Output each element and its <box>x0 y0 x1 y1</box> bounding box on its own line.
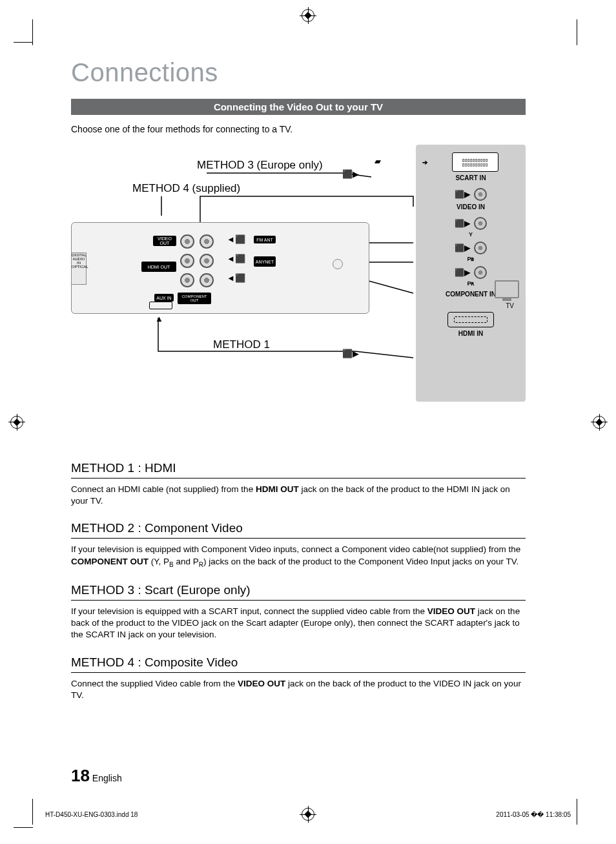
digital-audio-label: DIGITAL AUDIO IN <box>72 253 86 265</box>
hdmi-slot-icon <box>149 302 172 309</box>
content-area: Connections Connecting the Video Out to … <box>71 58 526 701</box>
component-out-label: COMPONENT OUT <box>178 293 211 304</box>
page-title: Connections <box>71 58 526 87</box>
method-3-body: If your television is equipped with a SC… <box>71 606 526 641</box>
tv-label: TV <box>506 302 514 309</box>
arrow-icon: ➔ <box>422 159 427 166</box>
plug-icon: ⬛▶ <box>455 190 470 199</box>
method-3-title: METHOD 3 : Scart (Europe only) <box>71 583 526 601</box>
method-2-title: METHOD 2 : Component Video <box>71 521 526 539</box>
plug-icon: ⬛▶ <box>455 268 470 277</box>
method-2-body: If your television is equipped with Comp… <box>71 544 526 568</box>
method-3: METHOD 3 : Scart (Europe only) If your t… <box>71 583 526 641</box>
section-banner: Connecting the Video Out to your TV <box>71 99 526 115</box>
rca-jack-icon <box>474 266 487 279</box>
rca-jack-icon <box>474 217 487 230</box>
method-1-title: METHOD 1 : HDMI <box>71 461 526 479</box>
method-2: METHOD 2 : Component Video If your telev… <box>71 521 526 568</box>
plug-icon: ⬛▶ <box>455 243 470 252</box>
tv-icon <box>495 280 519 298</box>
video-in-label: VIDEO IN <box>422 203 519 211</box>
page: Connections Connecting the Video Out to … <box>0 0 616 844</box>
intro-text: Choose one of the four methods for conne… <box>71 124 526 134</box>
scart-plug-icon: ▰ <box>375 156 381 166</box>
hdmi-in-label: HDMI IN <box>422 330 519 337</box>
rca-jack-icon <box>180 254 194 268</box>
registration-mark-icon <box>302 9 314 22</box>
method-4-body: Connect the supplied Video cable from th… <box>71 678 526 701</box>
fm-ant-label: FM ANT <box>254 236 276 243</box>
crop-mark <box>32 799 46 825</box>
crop-mark <box>32 19 46 45</box>
y-label: Y <box>422 231 519 238</box>
optical-port: DIGITAL AUDIO IN OPTICAL <box>72 252 87 285</box>
screw-icon <box>333 259 343 269</box>
page-number: 18 English <box>71 766 122 786</box>
anynet-label: ANYNET <box>254 256 276 267</box>
registration-mark-icon <box>593 416 606 429</box>
hdmi-port-icon <box>447 312 494 327</box>
registration-mark-icon <box>10 416 23 429</box>
plug-icon: ⬛▶ <box>342 349 359 358</box>
rca-jack-icon <box>474 242 487 254</box>
rca-jack-icon <box>200 234 214 249</box>
plug-icon: ◄⬛ <box>227 254 245 263</box>
method-1-body: Connect an HDMI cable (not supplied) fro… <box>71 484 526 507</box>
pb-label: Pʙ <box>422 256 519 262</box>
connection-diagram: METHOD 3 (Europe only) METHOD 4 (supplie… <box>71 145 526 403</box>
method4-label: METHOD 4 (supplied) <box>132 182 240 195</box>
method1-label: METHOD 1 <box>213 338 270 351</box>
rca-jack-icon <box>200 254 214 268</box>
tv-input-panel: ➔ ▯▯▯▯▯▯▯▯▯▯ ▯▯▯▯▯▯▯▯▯▯ SCART IN ⬛▶ VIDE… <box>416 145 526 402</box>
plug-icon: ⬛▶ <box>455 219 470 228</box>
plug-icon: ◄⬛ <box>227 273 245 283</box>
footer-timestamp: 2011-03-05 �� 11:38:05 <box>496 811 571 818</box>
hdmi-out-label: HDMI OUT <box>141 262 176 272</box>
plug-icon: ⬛▶ <box>342 169 359 179</box>
crop-mark <box>564 19 577 45</box>
methods-section: METHOD 1 : HDMI Connect an HDMI cable (n… <box>71 461 526 701</box>
video-out-label: VIDEO OUT <box>153 236 176 246</box>
page-language: English <box>92 773 122 783</box>
method-1: METHOD 1 : HDMI Connect an HDMI cable (n… <box>71 461 526 507</box>
rca-jack-icon <box>180 234 194 249</box>
method3-label: METHOD 3 (Europe only) <box>197 159 323 172</box>
plug-icon: ◄⬛ <box>227 234 245 244</box>
optical-label: OPTICAL <box>72 265 86 269</box>
page-number-value: 18 <box>71 766 90 785</box>
rca-jack-icon <box>180 273 194 287</box>
rca-jack-icon <box>474 188 487 201</box>
scart-port-icon: ▯▯▯▯▯▯▯▯▯▯ ▯▯▯▯▯▯▯▯▯▯ <box>452 152 498 172</box>
footer-filename: HT-D450-XU-ENG-0303.indd 18 <box>45 811 138 818</box>
aux-in-label: AUX IN <box>154 294 174 302</box>
device-back-panel: DIGITAL AUDIO IN OPTICAL VIDEO OUT HDMI … <box>71 222 369 314</box>
scart-in-label: SCART IN <box>422 174 519 181</box>
method-4-title: METHOD 4 : Composite Video <box>71 655 526 673</box>
plug-icon: ▲ <box>155 314 163 324</box>
method-4: METHOD 4 : Composite Video Connect the s… <box>71 655 526 701</box>
rca-jack-icon <box>200 273 214 287</box>
print-footer: HT-D450-XU-ENG-0303.indd 18 2011-03-05 �… <box>45 811 571 818</box>
